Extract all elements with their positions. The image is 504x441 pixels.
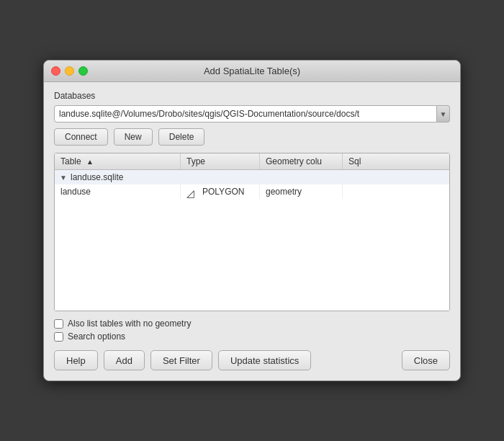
- help-button[interactable]: Help: [54, 350, 98, 370]
- update-statistics-button[interactable]: Update statistics: [218, 350, 311, 370]
- polygon-icon: ◿: [186, 187, 198, 196]
- main-window: Add SpatiaLite Table(s) Databases landus…: [43, 60, 461, 381]
- database-dropdown[interactable]: landuse.sqlite@/Volumes/Drobo/sites/qgis…: [54, 105, 437, 122]
- list-tables-row: Also list tables with no geometry: [54, 318, 450, 329]
- bottom-buttons: Help Add Set Filter Update statistics Cl…: [54, 350, 450, 370]
- col-table[interactable]: Table ▲: [55, 153, 181, 169]
- set-filter-button[interactable]: Set Filter: [150, 350, 212, 370]
- database-dropdown-value: landuse.sqlite@/Volumes/Drobo/sites/qgis…: [59, 109, 359, 119]
- col-type[interactable]: Type: [181, 153, 260, 169]
- window-body: Databases landuse.sqlite@/Volumes/Drobo/…: [44, 82, 460, 380]
- connection-buttons: Connect New Delete: [54, 128, 450, 146]
- databases-label: Databases: [54, 91, 450, 101]
- table-body: ▼ landuse.sqlite landuse ◿ POLYGON geome…: [55, 170, 449, 311]
- maximize-button[interactable]: [78, 66, 88, 76]
- database-row: landuse.sqlite@/Volumes/Drobo/sites/qgis…: [54, 105, 450, 122]
- list-tables-checkbox[interactable]: [54, 319, 63, 329]
- close-button[interactable]: Close: [402, 350, 450, 370]
- window-title: Add SpatiaLite Table(s): [204, 66, 300, 76]
- tree-toggle-icon: ▼: [59, 173, 68, 182]
- row-name: landuse: [55, 184, 181, 199]
- close-button[interactable]: [51, 66, 60, 76]
- sort-icon: ▲: [86, 158, 94, 166]
- col-sql[interactable]: Sql: [343, 153, 449, 169]
- search-options-label: Search options: [68, 331, 125, 342]
- row-type: ◿ POLYGON: [181, 184, 260, 199]
- row-sql: [343, 184, 449, 199]
- delete-button[interactable]: Delete: [158, 128, 205, 146]
- traffic-lights: [51, 66, 88, 76]
- dropdown-arrow-icon[interactable]: ▼: [437, 105, 450, 122]
- add-button[interactable]: Add: [104, 350, 145, 370]
- minimize-button[interactable]: [65, 66, 74, 76]
- tree-parent-row[interactable]: ▼ landuse.sqlite: [55, 170, 449, 184]
- search-options-checkbox[interactable]: [54, 332, 63, 342]
- col-geometry[interactable]: Geometry colu: [260, 153, 343, 169]
- table-row[interactable]: landuse ◿ POLYGON geometry: [55, 184, 449, 199]
- table-container: Table ▲ Type Geometry colu Sql ▼ land: [54, 153, 450, 311]
- search-options-row: Search options: [54, 331, 450, 342]
- new-button[interactable]: New: [114, 128, 153, 146]
- table-header: Table ▲ Type Geometry colu Sql: [55, 153, 449, 170]
- titlebar: Add SpatiaLite Table(s): [44, 61, 460, 82]
- checkboxes-section: Also list tables with no geometry Search…: [54, 318, 450, 342]
- row-geometry-col: geometry: [260, 184, 343, 199]
- parent-row-name: landuse.sqlite: [71, 172, 123, 182]
- connect-button[interactable]: Connect: [54, 128, 108, 146]
- list-tables-label: Also list tables with no geometry: [68, 318, 191, 329]
